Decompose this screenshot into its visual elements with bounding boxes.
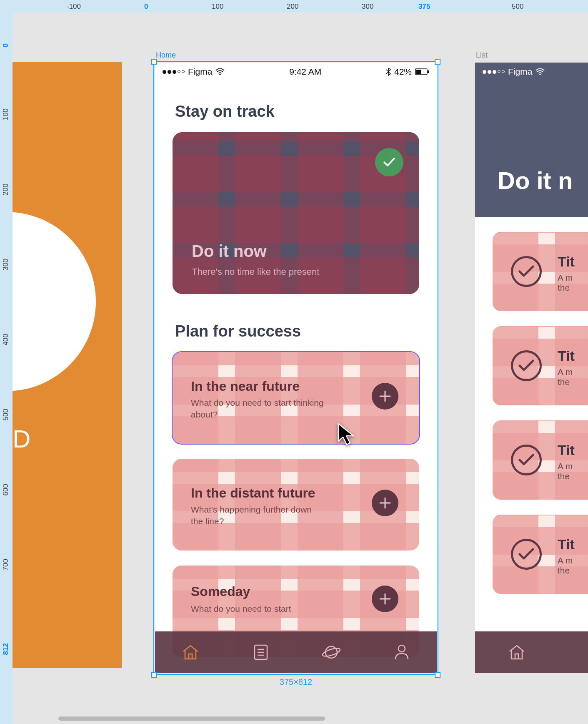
svg-rect-3 xyxy=(428,70,429,73)
list-item[interactable]: Tit A mthe xyxy=(493,326,588,405)
ruler-tick: 200 xyxy=(287,3,298,11)
selection-handle-tr[interactable] xyxy=(435,59,440,65)
ruler-tick: 812 xyxy=(2,643,10,655)
list-hero-title: Do it n xyxy=(498,166,573,194)
bluetooth-icon xyxy=(386,68,391,76)
status-bar: Figma xyxy=(475,63,588,81)
ruler-tick: 100 xyxy=(212,3,223,11)
list-item-title: Tit xyxy=(558,442,575,458)
tab-bar xyxy=(155,631,437,673)
splash-word: EAD xyxy=(13,425,39,453)
check-circle-icon xyxy=(511,539,542,570)
wifi-icon xyxy=(535,68,545,75)
card-subtitle: What do you need to start xyxy=(191,603,291,615)
checkmark-badge xyxy=(375,148,403,176)
check-circle-icon xyxy=(511,256,542,287)
svg-point-8 xyxy=(540,74,541,75)
user-icon xyxy=(394,644,410,661)
add-button[interactable] xyxy=(372,490,398,516)
add-button[interactable] xyxy=(372,586,398,612)
add-button[interactable] xyxy=(372,383,398,410)
card-distant-future[interactable]: In the distant future What's happening f… xyxy=(173,459,419,551)
check-circle-icon xyxy=(511,445,542,475)
list-item-sub: A mthe xyxy=(558,556,573,576)
signal-dots-icon xyxy=(163,70,185,74)
list-item-sub: A mthe xyxy=(558,273,573,293)
ruler-tick: 100 xyxy=(2,108,10,120)
check-circle-icon xyxy=(511,350,542,381)
card-title: In the near future xyxy=(191,379,300,394)
carrier-label: Figma xyxy=(188,67,212,77)
ruler-tick: 500 xyxy=(512,3,523,11)
selection-handle-tl[interactable] xyxy=(151,59,157,65)
wifi-icon xyxy=(215,68,225,75)
list-hero: Figma Do it n xyxy=(475,63,588,217)
frame-label-list[interactable]: List xyxy=(476,51,488,60)
list-item[interactable]: Tit A mthe xyxy=(493,515,588,594)
tab-profile[interactable] xyxy=(366,631,437,673)
home-icon xyxy=(182,644,199,661)
frame-splash[interactable]: EAD xyxy=(13,62,122,668)
card-subtitle: There's no time like the present xyxy=(192,266,319,277)
ruler-tick: 300 xyxy=(2,259,10,270)
card-subtitle: What do you need to start thinking about… xyxy=(191,397,324,421)
battery-icon xyxy=(415,68,429,75)
list-item-title: Tit xyxy=(558,536,575,553)
svg-point-0 xyxy=(220,74,221,75)
svg-point-7 xyxy=(398,645,405,652)
ruler-tick: 375 xyxy=(418,3,430,11)
planet-icon xyxy=(322,644,340,661)
list-item-sub: A mthe xyxy=(558,367,573,387)
selection-handle-bl[interactable] xyxy=(151,672,157,678)
frame-home[interactable]: Figma 9:42 AM 42% Stay on track Do it no… xyxy=(155,63,437,673)
tab-explore[interactable] xyxy=(296,631,366,673)
tab-list[interactable] xyxy=(225,631,296,673)
ruler-vertical[interactable]: 0 100 200 300 400 500 600 700 812 xyxy=(0,0,13,724)
ruler-tick: 500 xyxy=(2,409,10,420)
ruler-tick: 200 xyxy=(2,184,10,195)
signal-dots-icon xyxy=(483,70,505,74)
selection-handle-br[interactable] xyxy=(435,672,440,678)
tab-list[interactable] xyxy=(558,631,588,673)
ruler-horizontal[interactable]: -100 0 100 200 300 375 500 xyxy=(0,0,588,13)
frame-list[interactable]: Figma Do it n Tit A mthe Tit A mthe Tit … xyxy=(475,63,588,673)
ruler-tick: 600 xyxy=(2,484,10,495)
card-near-future[interactable]: In the near future What do you need to s… xyxy=(173,352,419,444)
selection-dimensions: 375×812 xyxy=(155,677,437,687)
list-item-title: Tit xyxy=(558,254,575,270)
list-item-sub: A mthe xyxy=(558,461,573,481)
tab-home[interactable] xyxy=(155,631,225,673)
frame-label-home[interactable]: Home xyxy=(156,51,176,60)
ruler-corner xyxy=(0,0,13,13)
card-title: In the distant future xyxy=(191,485,315,501)
tab-bar xyxy=(475,631,588,673)
status-bar: Figma 9:42 AM 42% xyxy=(155,63,437,81)
svg-point-6 xyxy=(322,647,340,658)
home-icon xyxy=(508,644,525,661)
ruler-tick: 0 xyxy=(144,3,148,11)
battery-pct: 42% xyxy=(394,67,412,77)
carrier-label: Figma xyxy=(508,67,532,77)
horizontal-scrollbar[interactable] xyxy=(58,716,325,721)
time-label: 9:42 AM xyxy=(289,67,321,77)
svg-rect-2 xyxy=(416,70,421,74)
card-title: Someday xyxy=(191,584,250,599)
card-subtitle: What's happening further down the line? xyxy=(191,504,324,528)
splash-logo-circle xyxy=(13,212,96,391)
section-title-plan-for-success: Plan for success xyxy=(155,294,437,352)
list-item-title: Tit xyxy=(558,348,575,364)
ruler-tick: 700 xyxy=(2,559,10,571)
list-item[interactable]: Tit A mthe xyxy=(493,232,588,311)
ruler-tick: 400 xyxy=(2,334,10,345)
card-do-it-now[interactable]: Do it now There's no time like the prese… xyxy=(173,132,419,294)
section-title-stay-on-track: Stay on track xyxy=(155,81,437,132)
list-item[interactable]: Tit A mthe xyxy=(493,420,588,500)
card-title: Do it now xyxy=(192,242,267,261)
ruler-tick: 300 xyxy=(362,3,373,11)
tab-home[interactable] xyxy=(475,631,558,673)
ruler-tick: 0 xyxy=(2,43,10,47)
list-icon xyxy=(253,644,269,661)
ruler-tick: -100 xyxy=(67,3,81,11)
